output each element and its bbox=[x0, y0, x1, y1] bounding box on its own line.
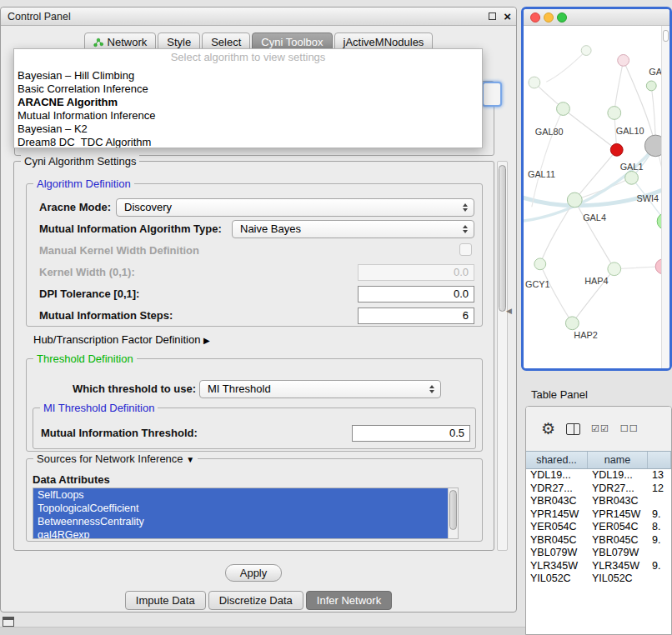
attribute-item-gal4rgexp[interactable]: gal4RGexp bbox=[33, 528, 448, 539]
which-threshold-label: Which threshold to use: bbox=[73, 382, 196, 395]
mi-threshold-label: Mutual Information Threshold: bbox=[41, 427, 198, 439]
attribute-item-topologicalcoefficient[interactable]: TopologicalCoefficient bbox=[33, 502, 448, 515]
float-window-icon[interactable] bbox=[489, 12, 496, 20]
scrollbar-thumb[interactable] bbox=[449, 490, 457, 530]
bottom-tab-discretize-data[interactable]: Discretize Data bbox=[208, 591, 303, 610]
network-edge bbox=[540, 264, 573, 323]
bottom-tab-infer-network[interactable]: Infer Network bbox=[306, 591, 392, 610]
table-row[interactable]: YDL19...YDL19...13 bbox=[526, 469, 671, 482]
network-scrollbar-thumb[interactable] bbox=[663, 30, 669, 42]
node-red[interactable] bbox=[610, 143, 623, 156]
table-row[interactable]: YPR145WYPR145W9. bbox=[526, 508, 671, 522]
network-window-titlebar[interactable] bbox=[524, 9, 669, 26]
triangle-right-icon: ▶ bbox=[203, 336, 210, 345]
node-gal4[interactable] bbox=[567, 192, 582, 208]
network-view-window: GALGAL80GAL10GAL11GAL1SWI4GAL4GCY1HAP4YH… bbox=[521, 7, 672, 371]
node-gal1[interactable] bbox=[625, 171, 639, 184]
network-edge bbox=[574, 200, 614, 269]
unchecked-boxes-icon[interactable]: ☐☐ bbox=[620, 423, 639, 434]
mac-minimize-button[interactable] bbox=[544, 12, 554, 22]
node-mid[interactable] bbox=[608, 107, 621, 120]
panel-resize-arrow[interactable]: ◀ bbox=[506, 307, 512, 315]
focused-control[interactable] bbox=[482, 82, 502, 107]
table-cell bbox=[648, 495, 671, 508]
column-header-extra[interactable] bbox=[648, 452, 671, 468]
table-row[interactable]: YIL052CYIL052C bbox=[526, 572, 671, 586]
dropdown-item-basic-correlation-inference[interactable]: Basic Correlation Inference bbox=[14, 82, 482, 96]
chevron-updown-icon bbox=[429, 385, 434, 393]
network-tab-icon bbox=[93, 38, 103, 48]
node-label-hap2: HAP2 bbox=[574, 330, 597, 340]
node-hap2[interactable] bbox=[565, 317, 579, 330]
node-faint-2[interactable] bbox=[581, 46, 591, 56]
kernel-width-label: Kernel Width (0,1): bbox=[39, 266, 135, 278]
table-row[interactable]: YLR345WYLR345W9. bbox=[526, 560, 671, 573]
table-cell: YER054C bbox=[588, 521, 648, 534]
attribute-item-betweennesscentrality[interactable]: BetweennessCentrality bbox=[33, 515, 448, 528]
columns-icon[interactable] bbox=[566, 423, 580, 435]
table-cell: YDR27... bbox=[588, 482, 648, 496]
column-header-shared[interactable]: shared... bbox=[526, 452, 588, 468]
node-gal80[interactable] bbox=[557, 102, 570, 116]
control-panel-window: Control Panel × NetworkStyleSelectCyni T… bbox=[0, 7, 517, 612]
dropdown-item-bayesian-k2[interactable]: Bayesian – K2 bbox=[14, 122, 482, 136]
node-top-right[interactable] bbox=[646, 81, 656, 91]
column-header-name[interactable]: name bbox=[588, 452, 648, 468]
table-cell: YPR145W bbox=[588, 508, 648, 522]
hub-definition-toggle[interactable]: Hub/Transcription Factor Definition ▶ bbox=[33, 333, 210, 346]
dropdown-item-mutual-information-inference[interactable]: Mutual Information Inference bbox=[14, 109, 482, 122]
table-row[interactable]: YDR27...YDR27...12 bbox=[526, 482, 671, 496]
gear-icon[interactable]: ⚙ bbox=[541, 421, 555, 437]
attribute-list-items: SelfLoopsTopologicalCoefficientBetweenne… bbox=[33, 488, 458, 539]
mac-zoom-button[interactable] bbox=[557, 12, 567, 22]
network-canvas[interactable]: GALGAL80GAL10GAL11GAL1SWI4GAL4GCY1HAP4YH… bbox=[524, 26, 669, 368]
table-row[interactable]: YBL079WYBL079W bbox=[526, 547, 671, 560]
close-icon[interactable]: × bbox=[504, 8, 511, 26]
control-panel-titlebar[interactable]: Control Panel × bbox=[1, 8, 516, 26]
network-svg: GALGAL80GAL10GAL11GAL1SWI4GAL4GCY1HAP4YH… bbox=[524, 26, 669, 368]
network-edge bbox=[547, 51, 586, 82]
settings-scrollbar[interactable] bbox=[497, 161, 508, 551]
table-row[interactable]: YBR045CYBR045C9. bbox=[526, 534, 671, 548]
dpi-tolerance-field[interactable]: 0.0 bbox=[358, 286, 474, 302]
tab-label: Network bbox=[108, 36, 148, 48]
node-label-gal11: GAL11 bbox=[528, 169, 555, 179]
aracne-mode-value: Discovery bbox=[124, 199, 172, 216]
attribute-list-scrollbar[interactable] bbox=[448, 488, 458, 538]
table-cell: YBL079W bbox=[588, 547, 648, 560]
restore-window-icon[interactable] bbox=[3, 617, 14, 627]
table-cell: YBR045C bbox=[588, 534, 648, 548]
mi-threshold-field[interactable]: 0.5 bbox=[352, 425, 470, 442]
attribute-item-selfloops[interactable]: SelfLoops bbox=[33, 488, 448, 502]
bottom-tab-impute-data[interactable]: Impute Data bbox=[125, 591, 206, 610]
table-cell: YBR043C bbox=[526, 495, 588, 508]
network-edge bbox=[614, 60, 624, 112]
mi-threshold-title: MI Threshold Definition bbox=[40, 402, 158, 414]
table-cell: YLR345W bbox=[526, 560, 588, 573]
dropdown-item-dream8-dc-tdc-algorithm[interactable]: Dream8 DC_TDC Algorithm bbox=[14, 136, 482, 148]
manual-kernel-label: Manual Kernel Width Definition bbox=[39, 244, 199, 257]
node-hap4[interactable] bbox=[608, 262, 621, 276]
mac-close-button[interactable] bbox=[530, 12, 540, 22]
dropdown-item-bayesian-hill-climbing[interactable]: Bayesian – Hill Climbing bbox=[14, 69, 482, 82]
table-cell: 13 bbox=[648, 469, 671, 482]
sources-group-title[interactable]: Sources for Network Inference ▼ bbox=[33, 452, 198, 465]
node-gcy1[interactable] bbox=[534, 258, 546, 270]
cyni-settings-group: Cyni Algorithm Settings Algorithm Defini… bbox=[13, 161, 494, 551]
which-threshold-combo[interactable]: MI Threshold bbox=[199, 380, 441, 398]
apply-button[interactable]: Apply bbox=[225, 564, 282, 582]
mi-steps-field[interactable]: 6 bbox=[358, 308, 474, 324]
table-row[interactable]: YER054CYER054C8. bbox=[526, 521, 671, 534]
node-pink-top[interactable] bbox=[618, 54, 629, 66]
chevron-updown-icon bbox=[463, 203, 468, 212]
data-attributes-label: Data Attributes bbox=[33, 473, 110, 486]
mi-type-combo[interactable]: Naive Bayes bbox=[232, 220, 474, 238]
aracne-mode-combo[interactable]: Discovery bbox=[116, 198, 474, 217]
table-header-row: shared...name bbox=[526, 451, 671, 469]
table-row[interactable]: YBR043CYBR043C bbox=[526, 495, 671, 508]
checked-boxes-icon[interactable]: ☑☑ bbox=[591, 423, 609, 434]
settings-scrollbar-thumb[interactable] bbox=[499, 165, 506, 312]
node-faint-1[interactable] bbox=[529, 77, 540, 88]
dropdown-item-aracne-algorithm[interactable]: ARACNE Algorithm bbox=[14, 96, 482, 109]
network-scrollbar[interactable] bbox=[661, 26, 669, 368]
